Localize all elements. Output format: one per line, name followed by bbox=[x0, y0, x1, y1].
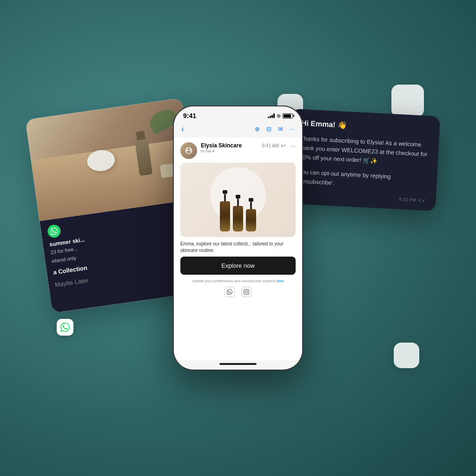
to-me-label: to me ▾ bbox=[201, 149, 262, 153]
back-button[interactable]: ‹ bbox=[181, 124, 184, 134]
sender-time: 9:41 AM bbox=[262, 143, 279, 148]
status-bar: 9:41 ⊛ bbox=[174, 106, 302, 122]
footer-link[interactable]: here bbox=[277, 279, 284, 283]
phone-mockup: 9:41 ⊛ ‹ ⊕ ⊟ ✉ ··· bbox=[173, 106, 303, 370]
chat-time: 8:10 PM ✓✓ bbox=[298, 192, 426, 203]
explore-now-button[interactable]: Explore now bbox=[180, 257, 296, 275]
scene: summer ski... 23 for free... ekend only … bbox=[29, 52, 447, 424]
serum-bottles bbox=[220, 190, 256, 237]
mail-icon[interactable]: ✉ bbox=[278, 126, 283, 132]
whatsapp-icon bbox=[47, 224, 62, 239]
wa-icon-overlay bbox=[57, 319, 73, 336]
footer-text: Update your preferences and unsubscribe … bbox=[180, 278, 296, 284]
social-icons bbox=[180, 287, 296, 297]
sender-info: Elysia Skincare to me ▾ bbox=[201, 142, 262, 153]
chat-text-2: You can opt-out anytime by replying 'Uns… bbox=[298, 167, 427, 192]
reply-icon[interactable]: ↩ bbox=[281, 142, 286, 149]
deco-square-top-right bbox=[391, 85, 424, 117]
more-icon[interactable]: ··· bbox=[290, 126, 295, 132]
whatsapp-social-icon[interactable] bbox=[225, 287, 235, 297]
email-body-text: Emma, explore our latest collecti... tai… bbox=[174, 241, 302, 257]
email-header: Elysia Skincare to me ▾ 9:41 AM ↩ ··· bbox=[174, 138, 302, 163]
chat-text-1: Thanks for subscribing to Elysia! As a w… bbox=[299, 134, 429, 168]
serum-bottle-3 bbox=[246, 198, 256, 231]
chat-greeting: Hi Emma! 👋 bbox=[301, 119, 430, 134]
email-banner bbox=[180, 163, 296, 237]
email-content: Elysia Skincare to me ▾ 9:41 AM ↩ ··· bbox=[174, 138, 302, 360]
signal-icon bbox=[268, 113, 275, 118]
status-icons: ⊛ bbox=[268, 113, 293, 119]
deco-square-bottom-right bbox=[394, 343, 419, 368]
read-receipt: ✓✓ bbox=[418, 198, 426, 203]
wifi-icon: ⊛ bbox=[277, 113, 281, 119]
home-indicator bbox=[174, 360, 302, 370]
instagram-social-icon[interactable] bbox=[241, 287, 251, 297]
more-email-icon[interactable]: ··· bbox=[291, 142, 296, 149]
email-nav-icons: ⊕ ⊟ ✉ ··· bbox=[255, 126, 295, 132]
sender-avatar bbox=[180, 142, 197, 159]
email-footer: Update your preferences and unsubscribe … bbox=[174, 278, 302, 300]
whatsapp-card-image bbox=[25, 98, 196, 221]
email-actions: ↩ ··· bbox=[281, 142, 296, 149]
email-nav-bar: ‹ ⊕ ⊟ ✉ ··· bbox=[174, 122, 302, 138]
trash-icon[interactable]: ⊟ bbox=[266, 126, 271, 132]
archive-icon[interactable]: ⊕ bbox=[255, 126, 260, 132]
battery-icon bbox=[283, 113, 293, 119]
serum-bottle-2 bbox=[233, 195, 243, 231]
chat-card: Hi Emma! 👋 Thanks for subscribing to Ely… bbox=[287, 109, 440, 211]
status-time: 9:41 bbox=[183, 112, 196, 119]
sender-name: Elysia Skincare bbox=[201, 142, 262, 149]
serum-bottle-1 bbox=[220, 190, 230, 231]
